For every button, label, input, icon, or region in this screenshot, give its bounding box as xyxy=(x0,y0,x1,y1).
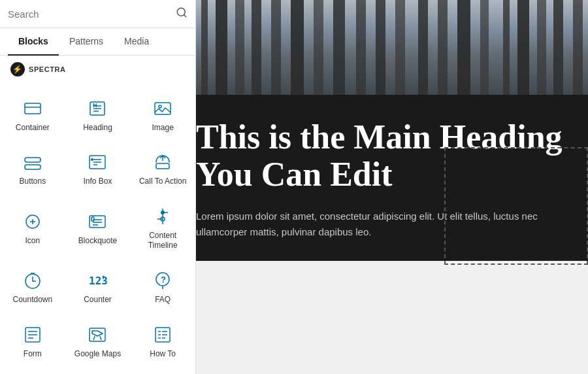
block-label-counter: Counter xyxy=(84,295,112,305)
block-how-to[interactable]: How To xyxy=(130,314,195,369)
spectra-icon: ⚡ xyxy=(10,62,25,76)
svg-text:H: H xyxy=(93,102,97,109)
block-label-how-to: How To xyxy=(150,349,176,360)
tab-media[interactable]: Media xyxy=(114,28,159,56)
block-container[interactable]: Container xyxy=(0,88,65,143)
block-label-icon: Icon xyxy=(25,236,40,246)
block-call-to-action[interactable]: Call To Action xyxy=(130,143,195,197)
svg-text:?: ? xyxy=(161,275,166,284)
google-maps-icon xyxy=(87,324,108,345)
block-label-image: Image xyxy=(152,123,173,133)
spectra-label: ⚡ SPECTRA xyxy=(0,56,195,83)
tab-patterns[interactable]: Patterns xyxy=(59,28,114,56)
block-label-heading: Heading xyxy=(83,123,112,133)
svg-rect-12 xyxy=(25,165,41,169)
svg-line-46 xyxy=(93,336,95,340)
svg-line-47 xyxy=(100,336,101,340)
tab-blocks[interactable]: Blocks xyxy=(8,28,59,56)
svg-point-10 xyxy=(159,105,161,108)
svg-rect-45 xyxy=(90,328,105,341)
svg-point-40 xyxy=(162,288,163,289)
block-faq[interactable]: ? FAQ xyxy=(130,261,195,315)
block-info-box[interactable]: Info Box xyxy=(65,143,131,197)
content-timeline-icon xyxy=(152,206,173,227)
dashed-placeholder xyxy=(444,147,588,265)
block-buttons[interactable]: Buttons xyxy=(0,143,65,197)
block-content-timeline[interactable]: Content Timeline xyxy=(130,196,195,260)
block-image[interactable]: Image xyxy=(130,88,195,143)
block-label-google-maps: Google Maps xyxy=(74,349,121,360)
hero-section: This is the Main Heading You Can Edit Lo… xyxy=(196,95,588,261)
icon-icon xyxy=(22,211,43,232)
block-label-blockquote: Blockquote xyxy=(78,236,117,246)
container-icon xyxy=(22,98,43,119)
svg-text:↑: ↑ xyxy=(101,273,105,280)
faq-icon: ? xyxy=(152,270,173,291)
counter-icon: 123 ↑ xyxy=(87,270,108,291)
block-label-faq: FAQ xyxy=(155,295,171,305)
blocks-grid: Container H Heading Image Buttons xyxy=(0,83,195,374)
block-form[interactable]: Form xyxy=(0,314,65,369)
block-google-maps[interactable]: Google Maps xyxy=(65,314,131,369)
block-heading[interactable]: H Heading xyxy=(65,88,131,143)
block-blockquote[interactable]: Blockquote xyxy=(65,196,131,260)
heading-icon: H xyxy=(87,98,108,119)
tabs: Blocks Patterns Media xyxy=(0,28,195,56)
svg-rect-9 xyxy=(155,103,171,114)
search-bar xyxy=(0,0,195,28)
svg-rect-27 xyxy=(91,217,94,221)
svg-rect-19 xyxy=(156,163,169,169)
image-icon xyxy=(152,98,173,119)
search-input[interactable] xyxy=(8,8,171,20)
city-image xyxy=(196,0,588,95)
svg-rect-11 xyxy=(25,158,41,162)
search-icon[interactable] xyxy=(176,7,188,21)
svg-rect-2 xyxy=(25,103,41,114)
main-content: This is the Main Heading You Can Edit Lo… xyxy=(196,0,588,374)
block-countdown[interactable]: Countdown xyxy=(0,261,65,315)
block-label-call-to-action: Call To Action xyxy=(139,177,187,187)
block-icon[interactable]: Icon xyxy=(0,196,65,260)
countdown-icon xyxy=(22,270,43,291)
block-label-buttons: Buttons xyxy=(19,177,46,187)
svg-point-17 xyxy=(91,158,93,161)
info-box-icon xyxy=(87,152,108,173)
blockquote-icon xyxy=(87,211,108,232)
block-label-info-box: Info Box xyxy=(83,177,112,187)
how-to-icon xyxy=(152,324,173,345)
buttons-icon xyxy=(22,152,43,173)
city-buildings-bg xyxy=(196,0,588,95)
block-label-content-timeline: Content Timeline xyxy=(135,231,190,251)
block-label-countdown: Countdown xyxy=(12,295,52,305)
svg-line-1 xyxy=(184,14,186,16)
form-icon xyxy=(22,324,43,345)
sidebar: Blocks Patterns Media ⚡ SPECTRA Containe… xyxy=(0,0,196,374)
block-counter[interactable]: 123 ↑ Counter xyxy=(65,261,131,315)
call-to-action-icon xyxy=(152,152,173,173)
block-label-form: Form xyxy=(24,349,42,360)
block-label-container: Container xyxy=(16,123,50,133)
